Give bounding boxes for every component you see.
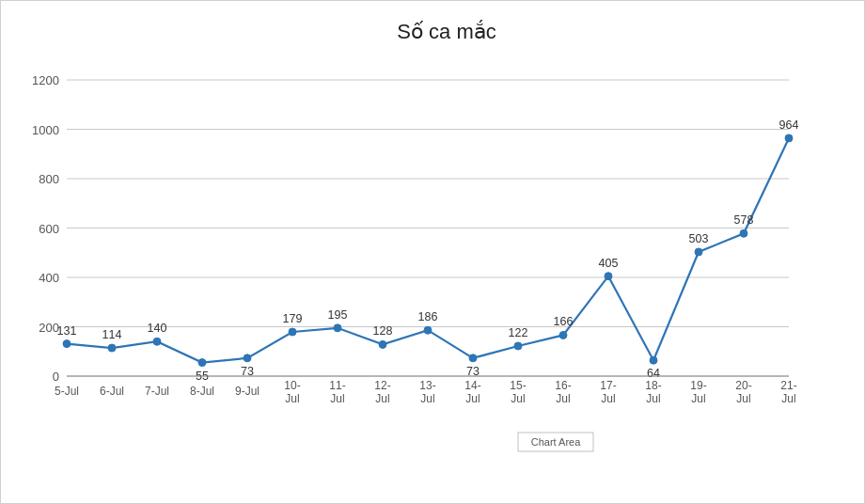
svg-point-67 [605, 273, 612, 280]
svg-point-47 [153, 338, 161, 345]
svg-text:Jul: Jul [781, 392, 795, 405]
svg-point-65 [559, 331, 567, 339]
chart-area: 0200400600800100012005-Jul6-Jul7-Jul8-Ju… [57, 61, 836, 428]
svg-text:400: 400 [39, 271, 59, 285]
svg-text:Jul: Jul [375, 392, 389, 405]
svg-text:15-: 15- [510, 379, 526, 392]
svg-text:179: 179 [283, 312, 303, 325]
svg-text:Jul: Jul [511, 392, 525, 405]
svg-text:186: 186 [418, 310, 438, 323]
svg-text:5-Jul: 5-Jul [55, 385, 79, 398]
svg-text:Jul: Jul [601, 392, 615, 405]
svg-text:Jul: Jul [556, 392, 570, 405]
svg-point-59 [424, 326, 432, 334]
svg-text:14-: 14- [464, 379, 480, 392]
svg-point-51 [244, 354, 251, 362]
svg-point-73 [740, 229, 747, 237]
svg-point-45 [108, 344, 116, 352]
chart-container: Số ca mắc 0200400600800100012005-Jul6-Ju… [0, 0, 865, 504]
svg-text:800: 800 [39, 172, 59, 186]
svg-point-57 [379, 340, 386, 348]
svg-point-49 [198, 359, 206, 367]
svg-text:Jul: Jul [646, 392, 660, 405]
svg-text:122: 122 [509, 326, 528, 339]
svg-point-61 [469, 354, 477, 362]
svg-text:114: 114 [102, 328, 122, 341]
svg-text:405: 405 [599, 257, 619, 270]
svg-point-53 [289, 328, 296, 336]
svg-text:Jul: Jul [420, 392, 434, 405]
svg-text:12-: 12- [374, 379, 390, 392]
svg-text:140: 140 [148, 322, 167, 335]
svg-text:166: 166 [554, 315, 574, 328]
svg-text:11-: 11- [329, 379, 345, 392]
chart-svg: 0200400600800100012005-Jul6-Jul7-Jul8-Ju… [57, 61, 836, 428]
svg-text:Jul: Jul [285, 392, 299, 405]
svg-text:16-: 16- [555, 379, 571, 392]
svg-point-63 [514, 342, 522, 350]
svg-text:131: 131 [57, 324, 77, 338]
svg-point-71 [695, 248, 702, 256]
svg-text:Jul: Jul [465, 392, 480, 405]
svg-text:1000: 1000 [32, 123, 59, 137]
svg-text:Jul: Jul [330, 392, 344, 405]
svg-point-43 [63, 340, 71, 348]
svg-point-55 [334, 324, 341, 332]
svg-text:600: 600 [39, 222, 59, 236]
svg-text:13-: 13- [419, 379, 435, 392]
svg-text:17-: 17- [600, 379, 616, 392]
svg-text:19-: 19- [690, 379, 706, 392]
svg-text:Jul: Jul [736, 392, 750, 405]
svg-text:1200: 1200 [32, 73, 59, 87]
svg-text:10-: 10- [284, 379, 300, 392]
svg-point-75 [785, 134, 793, 142]
svg-text:9-Jul: 9-Jul [235, 385, 260, 398]
svg-text:21-: 21- [780, 379, 796, 392]
chart-title: Số ca mắc [57, 20, 836, 44]
svg-text:503: 503 [689, 232, 709, 245]
svg-text:64: 64 [647, 367, 660, 380]
svg-text:0: 0 [53, 370, 59, 384]
svg-text:195: 195 [328, 308, 348, 322]
svg-text:18-: 18- [645, 379, 661, 392]
svg-text:578: 578 [734, 213, 754, 227]
svg-text:128: 128 [373, 324, 393, 338]
svg-text:7-Jul: 7-Jul [145, 385, 169, 398]
svg-text:6-Jul: 6-Jul [100, 385, 124, 398]
svg-text:8-Jul: 8-Jul [190, 385, 214, 398]
svg-text:20-: 20- [735, 379, 751, 392]
svg-text:Chart Area: Chart Area [531, 436, 581, 448]
svg-text:Jul: Jul [691, 392, 705, 405]
svg-text:964: 964 [779, 118, 799, 132]
svg-point-69 [650, 356, 657, 364]
